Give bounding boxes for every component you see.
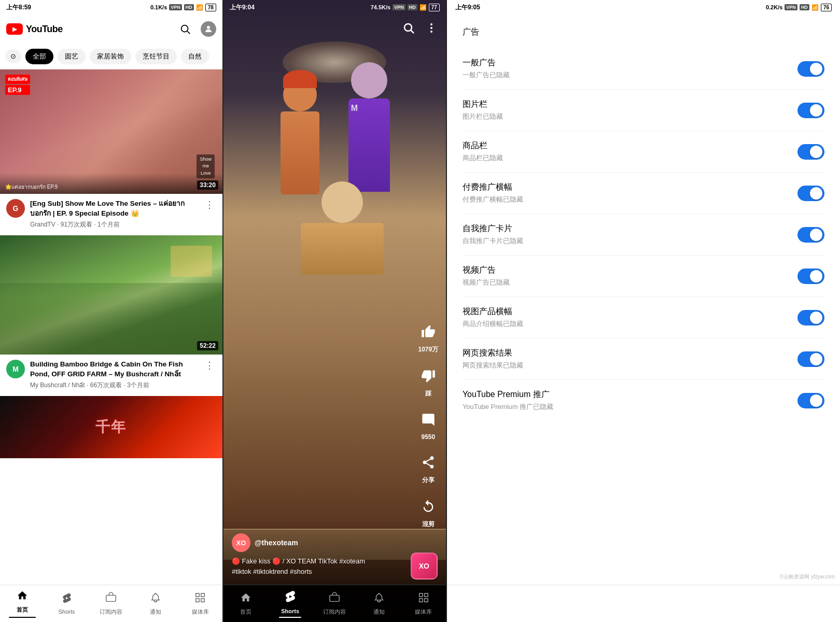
video-thumbnail-2[interactable]: 52:22	[0, 235, 222, 355]
video-info-1: G [Eng Sub] Show Me Love The Series – แค…	[0, 194, 222, 234]
toggle-image-bar[interactable]	[797, 103, 824, 118]
category-home[interactable]: 家居装饰	[90, 49, 131, 64]
explore-button[interactable]: ⊙	[5, 49, 21, 63]
shorts-video[interactable]: M XO @thexoteam 🔴 Fake k	[223, 0, 446, 622]
settings-item-product-bar: 商品栏 商品栏已隐藏	[463, 131, 824, 173]
remix-button[interactable]: 混剪	[417, 495, 440, 529]
video-meta-1: [Eng Sub] Show Me Love The Series – แค่อ…	[30, 199, 198, 229]
nav-sub-label-2: 订阅内容	[323, 608, 346, 616]
youtube-header: YouTube	[0, 15, 222, 44]
home-icon	[17, 590, 28, 604]
setting-name-7: 网页搜索结果	[463, 348, 523, 359]
setting-name-8: YouTube Premium 推广	[463, 389, 553, 400]
video-meta-2: Building Bamboo Bridge & Cabin On The Fi…	[30, 360, 198, 390]
svg-rect-16	[425, 598, 428, 601]
nav-shorts-label-2: Shorts	[281, 608, 299, 614]
status-bar-1: 上午8:59 0.1K/s VPN HD 📶 78	[0, 0, 222, 15]
header-icons	[178, 21, 216, 37]
vpn-badge-2: VPN	[393, 4, 405, 10]
video-thumbnail-3[interactable]: 千年	[0, 396, 222, 458]
toggle-visual-promo[interactable]	[797, 310, 824, 326]
setting-desc-5: 视频广告已隐藏	[463, 278, 510, 287]
nav-home-2[interactable]: 首页	[223, 592, 268, 616]
notifications-icon-1	[150, 592, 161, 606]
nav-notif-label-1: 通知	[150, 608, 161, 616]
toggle-product-bar[interactable]	[797, 144, 824, 160]
toggle-yt-premium[interactable]	[797, 393, 824, 408]
shorts-icon-1	[61, 592, 73, 606]
network-speed-3: 0.2K/s	[766, 4, 782, 10]
setting-desc-4: 自我推广卡片已隐藏	[463, 236, 523, 246]
settings-item-paid-promo: 付费推广横幅 付费推广横幅已隐藏	[463, 173, 824, 214]
status-time-3: 上午9:05	[455, 3, 480, 12]
search-button[interactable]	[178, 22, 192, 36]
signal-2: 📶	[419, 4, 427, 11]
setting-desc-6: 商品介绍横幅已隐藏	[463, 319, 523, 329]
comment-button[interactable]: 9550	[417, 408, 440, 441]
dislike-icon	[417, 364, 440, 387]
nav-shorts-1[interactable]: Shorts	[45, 592, 89, 615]
nav-shorts-label-1: Shorts	[59, 609, 75, 615]
like-button[interactable]: 1079万	[417, 320, 440, 354]
nav-home-label-2: 首页	[240, 608, 251, 616]
status-bar-2: 上午9:04 74.5K/s VPN HD 📶 77	[223, 0, 446, 15]
svg-point-2	[207, 26, 210, 29]
watermark: ©云帆资源网 yfzyw.com	[780, 571, 835, 581]
nav-library-1[interactable]: 媒体库	[178, 592, 222, 616]
more-options-2[interactable]: ⋮	[203, 360, 216, 371]
like-icon	[417, 320, 440, 343]
panel-settings: 上午9:05 0.2K/s VPN HD 📶 76 广告 一般广告 一般广告已隐…	[447, 0, 840, 622]
hd-badge-1: HD	[184, 4, 194, 10]
category-garden[interactable]: 圆艺	[58, 49, 86, 64]
category-all[interactable]: 全部	[25, 49, 53, 64]
status-bar-3: 上午9:05 0.2K/s VPN HD 📶 76	[447, 0, 840, 15]
toggle-general-ad[interactable]	[797, 61, 824, 77]
nav-notifications-1[interactable]: 通知	[133, 592, 178, 616]
share-button[interactable]: 分享	[417, 451, 440, 485]
setting-desc-2: 商品栏已隐藏	[463, 153, 503, 163]
nav-shorts-2[interactable]: Shorts	[268, 590, 313, 618]
remix-icon	[417, 495, 440, 518]
panel3-bottom-bar	[447, 585, 840, 622]
svg-point-10	[430, 23, 432, 25]
settings-item-video-ad: 视频广告 视频广告已隐藏	[463, 256, 824, 297]
category-cooking[interactable]: 烹饪节目	[135, 49, 177, 64]
like-count: 1079万	[418, 345, 439, 354]
nav-lib-label-1: 媒体库	[192, 608, 209, 616]
nav-home-1[interactable]: 首页	[0, 590, 45, 618]
toggle-self-promo[interactable]	[797, 227, 824, 243]
more-options-1[interactable]: ⋮	[203, 199, 216, 210]
toggle-video-ad[interactable]	[797, 268, 824, 284]
shorts-icon-2	[284, 590, 297, 606]
comment-icon	[417, 408, 440, 431]
youtube-logo: YouTube	[6, 23, 63, 35]
video-card-3: 千年	[0, 396, 222, 458]
more-button-2[interactable]	[425, 22, 438, 36]
channel-logo[interactable]: XO	[232, 533, 250, 552]
channel-avatar-1[interactable]: G	[6, 199, 25, 218]
toggle-web-search[interactable]	[797, 351, 824, 367]
channel-name: @thexoteam	[255, 539, 298, 547]
channel-avatar-2[interactable]: M	[6, 360, 25, 378]
dislike-button[interactable]: 踩	[417, 364, 440, 398]
search-button-2[interactable]	[402, 22, 415, 36]
nav-subscriptions-1[interactable]: 订阅内容	[89, 592, 134, 616]
remix-label: 混剪	[422, 520, 435, 529]
nav-subscriptions-2[interactable]: 订阅内容	[313, 592, 357, 616]
category-nature[interactable]: 自然	[181, 49, 209, 64]
nav-notif-label-2: 通知	[373, 608, 385, 616]
nav-notifications-2[interactable]: 通知	[357, 592, 401, 616]
setting-desc-7: 网页搜索结果已隐藏	[463, 361, 523, 370]
setting-name-1: 图片栏	[463, 99, 503, 110]
subscriptions-icon-1	[105, 592, 117, 606]
toggle-paid-promo[interactable]	[797, 186, 824, 201]
video-thumbnail-1[interactable]: ShowmeLove ตอนพิเศษ EP.9 🌟แค่อยากบอกรัก …	[0, 69, 222, 194]
svg-rect-5	[201, 593, 204, 596]
nav-sub-label-1: 订阅内容	[100, 608, 122, 616]
shorts-actions: 1079万 踩 9550 分享	[417, 320, 440, 529]
account-button[interactable]	[201, 21, 216, 37]
svg-rect-3	[106, 595, 116, 601]
nav-library-2[interactable]: 媒体库	[401, 592, 446, 616]
library-icon-1	[194, 592, 206, 606]
video-sub-2: My Bushcraft / Nhất · 66万次观看 · 3个月前	[30, 381, 198, 390]
